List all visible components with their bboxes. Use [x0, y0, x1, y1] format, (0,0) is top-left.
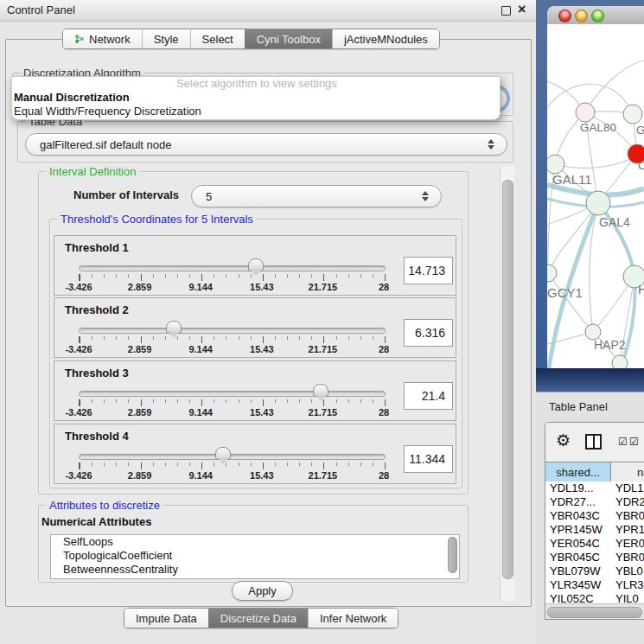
table-panel: Table Panel ⚙ ☑ ☑ shared... na YDL19...Y…	[536, 392, 644, 644]
threshold-label: Threshold 4	[65, 430, 129, 443]
table-panel-box: ⚙ ☑ ☑ shared... na YDL19...YDL1YDR27...Y…	[545, 422, 644, 620]
tick-label: 21.715	[309, 282, 338, 292]
tab-cyni-toolbox[interactable]: Cyni Toolbox	[245, 29, 332, 48]
tick-label: 9.144	[188, 470, 213, 481]
cell-name: YDR2	[610, 495, 644, 509]
network-icon	[74, 34, 85, 44]
cell-name: YBR0	[610, 509, 644, 523]
slider-thumb[interactable]	[166, 321, 182, 334]
threshold-value-box[interactable]: 6.316	[404, 319, 453, 347]
network-node[interactable]	[623, 105, 642, 124]
cell-shared-name: YDL19...	[545, 481, 610, 495]
gear-icon[interactable]: ⚙	[556, 431, 571, 450]
table-row[interactable]: YDR27...YDR2	[545, 495, 644, 509]
network-canvas[interactable]: GAL80GCGAL11GAL4GCY1HHAP2	[547, 24, 644, 368]
column-header-shared[interactable]: shared...	[545, 462, 611, 481]
network-window-titlebar[interactable]	[547, 6, 644, 25]
list-scrollbar[interactable]	[448, 537, 457, 573]
tab-discretize-data[interactable]: Discretize Data	[208, 609, 308, 628]
table-data-combo[interactable]: galFiltered.sif default node	[25, 133, 507, 156]
slider-thumb[interactable]	[313, 384, 328, 397]
network-node[interactable]	[576, 103, 595, 122]
slider-thumb[interactable]	[215, 447, 231, 460]
threshold-value-box[interactable]: 21.4	[404, 382, 453, 410]
table-row[interactable]: YBR045CYBR0	[545, 551, 644, 564]
cell-shared-name: YLR345W	[545, 578, 610, 592]
apply-button[interactable]: Apply	[232, 581, 293, 601]
table-row[interactable]: YPR145WYPR1	[545, 523, 644, 537]
network-node[interactable]	[547, 265, 557, 282]
tab-infer-network[interactable]: Infer Network	[308, 609, 398, 628]
tick-label: 28	[379, 282, 389, 292]
network-node[interactable]	[547, 155, 564, 174]
close-icon[interactable]: ×	[518, 1, 526, 18]
panel-scrollbar-track[interactable]	[500, 166, 514, 601]
panel-scrollbar-thumb[interactable]	[502, 180, 513, 579]
attribute-list-item[interactable]: BetweennessCentrality	[51, 563, 459, 577]
zoom-traffic-light-icon[interactable]	[591, 10, 604, 22]
threshold-value-box[interactable]: 11.344	[404, 445, 453, 473]
table-toolbar: ⚙ ☑ ☑	[545, 423, 644, 462]
tab-label: Discretize Data	[220, 612, 296, 625]
table-row[interactable]: YBR043CYBR0	[545, 509, 644, 523]
threshold-slider[interactable]: -3.4262.8599.14415.4321.71528	[79, 321, 384, 354]
cell-name: YBL0	[610, 564, 644, 578]
tab-impute-data[interactable]: Impute Data	[124, 609, 208, 628]
threshold-slider[interactable]: -3.4262.8599.14415.4321.71528	[79, 384, 384, 417]
slider-thumb[interactable]	[248, 258, 264, 271]
number-of-intervals-combo[interactable]: 5	[191, 185, 442, 207]
table-row[interactable]: YBL079WYBL0	[545, 564, 644, 578]
slider-track[interactable]	[79, 328, 386, 334]
threshold-slider[interactable]: -3.4262.8599.14415.4321.71528	[79, 258, 384, 291]
table-header-row: shared... na	[545, 462, 644, 482]
node-label: H	[638, 282, 644, 296]
table-panel-title: Table Panel	[549, 400, 608, 413]
slider-tick-labels: -3.4262.8599.14415.4321.71528	[79, 282, 384, 292]
attribute-list-item[interactable]: SelfLoops	[51, 535, 459, 549]
table-row[interactable]: YLR345WYLR3	[545, 578, 644, 592]
threshold-panel-1: Threshold 1 -3.4262.8599.14415.4321.7152…	[54, 235, 456, 296]
tab-label: Infer Network	[320, 612, 386, 625]
table-row[interactable]: YDL19...YDL1	[545, 481, 644, 495]
slider-track[interactable]	[79, 391, 386, 397]
table-row[interactable]: YIL052CYIL0	[545, 592, 644, 604]
dropdown-item-equal-width[interactable]: Equal Width/Frequency Discretization	[12, 105, 500, 118]
attribute-list-item[interactable]: TopologicalCoefficient	[51, 549, 459, 563]
threshold-slider[interactable]: -3.4262.8599.14415.4321.71528	[79, 447, 384, 480]
network-edge[interactable]	[548, 203, 598, 273]
threshold-value-box[interactable]: 14.713	[404, 257, 453, 284]
numerical-attributes-label: Numerical Attributes	[41, 515, 151, 528]
number-of-intervals-label: Number of Intervals	[73, 188, 179, 201]
tick-label: 2.859	[128, 470, 152, 481]
tab-jactivemnodules[interactable]: jActiveMNodules	[332, 29, 439, 48]
dropdown-placeholder-item[interactable]: Select algorithm to view settings	[12, 77, 500, 91]
split-columns-icon[interactable]	[585, 434, 602, 450]
dropdown-item-manual-discretization[interactable]: Manual Discretization	[12, 91, 500, 105]
column-header-name[interactable]: na	[611, 462, 644, 481]
horizontal-scrollbar-thumb[interactable]	[547, 607, 642, 618]
close-traffic-light-icon[interactable]	[558, 10, 571, 22]
node-label: G	[636, 124, 644, 137]
tab-network[interactable]: Network	[63, 29, 142, 48]
slider-track[interactable]	[79, 265, 386, 271]
horizontal-scrollbar-track[interactable]	[545, 603, 644, 619]
checkbox-icon[interactable]: ☑	[629, 437, 639, 447]
tick-label: 9.144	[188, 407, 213, 418]
checkbox-icon[interactable]: ☑	[618, 437, 628, 447]
minimize-traffic-light-icon[interactable]	[575, 10, 588, 22]
slider-tick-labels: -3.4262.8599.14415.4321.71528	[79, 470, 384, 481]
network-node[interactable]	[586, 191, 610, 215]
network-node[interactable]	[612, 355, 628, 368]
tab-style[interactable]: Style	[142, 29, 190, 48]
numerical-attributes-list[interactable]: SelfLoopsTopologicalCoefficientBetweenne…	[50, 534, 460, 579]
combo-stepper-icon	[482, 139, 500, 150]
table-row[interactable]: YER054CYER0	[545, 537, 644, 551]
slider-track[interactable]	[79, 454, 386, 460]
tab-select[interactable]: Select	[190, 29, 245, 48]
float-window-icon[interactable]	[501, 6, 511, 16]
slider-ticks	[79, 462, 386, 469]
tick-label: -3.426	[65, 407, 92, 418]
node-label: HAP2	[594, 338, 626, 352]
top-tab-bar: NetworkStyleSelectCyni ToolboxjActiveMNo…	[62, 29, 440, 49]
screenshot-stage: Control Panel × NetworkStyleSelectCyni T…	[0, 0, 644, 644]
